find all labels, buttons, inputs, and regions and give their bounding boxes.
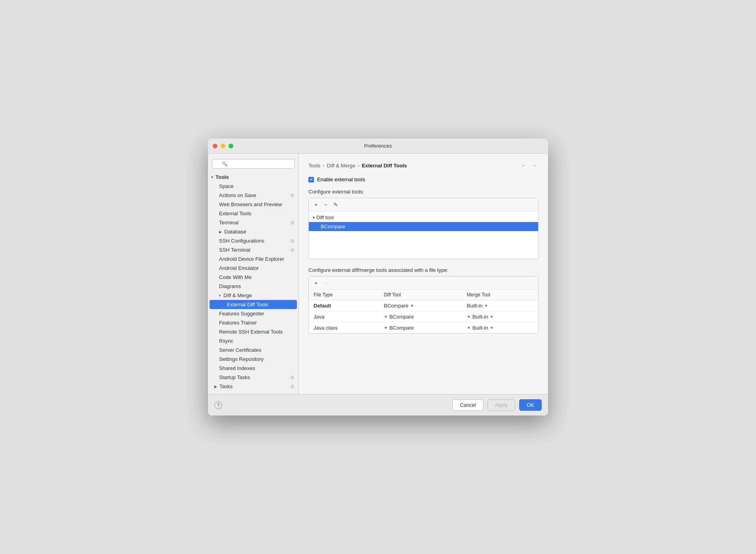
add-tool-button[interactable]: + xyxy=(313,201,319,209)
sidebar-item-tools[interactable]: ▾ Tools xyxy=(208,173,299,182)
sidebar-label-shared-indexes: Shared Indexes xyxy=(219,365,255,371)
cancel-button[interactable]: Cancel xyxy=(452,399,483,411)
sidebar-label-server-certificates: Server Certificates xyxy=(219,347,261,353)
diff-tool-default-dropdown[interactable]: BCompare ▼ xyxy=(384,303,457,309)
sidebar-item-startup-tasks[interactable]: Startup Tasks ⊡ xyxy=(208,373,299,382)
minimize-button[interactable] xyxy=(221,144,225,148)
search-input[interactable] xyxy=(212,159,295,169)
sidebar-item-external-diff-tools[interactable]: External Diff Tools xyxy=(210,300,297,309)
diff-tool-java-dropdown[interactable]: ▼ BCompare xyxy=(384,314,457,320)
enable-checkbox[interactable]: ✓ xyxy=(308,177,314,182)
dropdown-arrow-icon-3: ▼ xyxy=(384,315,388,319)
ft-toolbar: + − xyxy=(309,277,538,290)
dropdown-arrow-icon-5: ▼ xyxy=(490,315,493,319)
dropdown-arrow-icon: ▼ xyxy=(410,304,414,308)
back-button[interactable]: ← xyxy=(520,161,528,169)
sidebar-label-ssh-terminal: SSH Terminal xyxy=(219,247,250,253)
badge-actions-on-save: ⊡ xyxy=(291,193,294,197)
mt-java-class: ▼ Built-in ▼ xyxy=(462,323,538,334)
help-button[interactable]: ? xyxy=(214,401,222,409)
configure-label: Configure external tools: xyxy=(308,189,539,195)
bottom-bar: ? Cancel Apply OK xyxy=(208,394,548,416)
sidebar-item-external-tools[interactable]: External Tools xyxy=(208,209,299,218)
sidebar-item-ssh-configurations[interactable]: SSH Configurations ⊡ xyxy=(208,236,299,245)
sidebar-item-code-with-me[interactable]: Code With Me xyxy=(208,273,299,282)
checkmark-icon: ✓ xyxy=(310,177,313,182)
dt-default: BCompare ▼ xyxy=(379,300,462,311)
sidebar-item-android-emulator[interactable]: Android Emulator xyxy=(208,264,299,273)
search-wrapper: 🔍 xyxy=(212,159,295,169)
file-type-label: Configure external diff/merge tools asso… xyxy=(308,267,539,273)
sidebar-label-diagrams: Diagrams xyxy=(219,283,241,289)
tool-panel: + − ✎ ▾ Diff tool BCompare xyxy=(308,198,539,259)
forward-button[interactable]: → xyxy=(530,161,539,169)
dt-java-class: ▼ BCompare xyxy=(379,323,462,334)
sidebar-item-web-browsers[interactable]: Web Browsers and Preview xyxy=(208,200,299,209)
chevron-down-icon: ▾ xyxy=(211,175,213,179)
sidebar-label-external-diff-tools: External Diff Tools xyxy=(227,302,268,307)
ft-java: Java xyxy=(309,311,379,323)
sidebar-item-features-suggester[interactable]: Features Suggester xyxy=(208,309,299,318)
sidebar-item-server-certificates[interactable]: Server Certificates xyxy=(208,345,299,355)
edit-tool-button[interactable]: ✎ xyxy=(332,201,340,209)
col-merge-tool: Merge Tool xyxy=(462,290,538,300)
ok-button[interactable]: OK xyxy=(519,399,542,411)
maximize-button[interactable] xyxy=(229,144,233,148)
sidebar-item-actions-on-save[interactable]: Actions on Save ⊡ xyxy=(208,191,299,200)
sidebar-item-tasks[interactable]: ▶ Tasks ⊡ xyxy=(208,382,299,391)
sidebar-item-android-device[interactable]: Android Device File Explorer xyxy=(208,254,299,264)
close-button[interactable] xyxy=(213,144,217,148)
sidebar-item-features-trainer[interactable]: Features Trainer xyxy=(208,318,299,327)
file-type-panel: + − File Type Diff Tool Merge Tool Defau… xyxy=(308,276,539,334)
sidebar-item-terminal[interactable]: Terminal ⊡ xyxy=(208,218,299,227)
dropdown-arrow-icon-4: ▼ xyxy=(467,315,471,319)
breadcrumb-tools[interactable]: Tools xyxy=(308,163,320,169)
merge-tool-java-class-dropdown[interactable]: ▼ Built-in ▼ xyxy=(467,325,533,331)
breadcrumb-diff-merge[interactable]: Diff & Merge xyxy=(327,163,355,169)
sidebar-label-database: Database xyxy=(224,229,246,235)
chevron-down-icon-tree: ▾ xyxy=(313,215,315,220)
chevron-right-icon-tasks: ▶ xyxy=(214,385,217,389)
sidebar-label-code-with-me: Code With Me xyxy=(219,274,251,280)
tree-item-bcompare[interactable]: BCompare xyxy=(309,222,538,231)
col-diff-tool: Diff Tool xyxy=(379,290,462,300)
tree-group-label: Diff tool xyxy=(316,214,334,220)
title-bar: Preferences xyxy=(208,138,548,154)
badge-terminal: ⊡ xyxy=(291,220,294,225)
add-ft-button[interactable]: + xyxy=(313,279,319,287)
merge-tool-default-dropdown[interactable]: Built-in ▼ xyxy=(467,303,533,309)
sidebar-item-shared-indexes[interactable]: Shared Indexes xyxy=(208,364,299,373)
sidebar-label-settings-repository: Settings Repository xyxy=(219,356,264,362)
breadcrumb: Tools › Diff & Merge › External Diff Too… xyxy=(308,161,539,169)
apply-button[interactable]: Apply xyxy=(488,399,516,411)
enable-label: Enable external tools xyxy=(317,176,365,182)
sidebar-label-tools: Tools xyxy=(215,174,229,180)
merge-tool-java-dropdown[interactable]: ▼ Built-in ▼ xyxy=(467,314,533,320)
sidebar-label-remote-ssh: Remote SSH External Tools xyxy=(219,329,283,335)
remove-ft-button[interactable]: − xyxy=(322,279,329,287)
remove-tool-button[interactable]: − xyxy=(322,201,329,209)
sidebar-item-database[interactable]: ▶ Database xyxy=(208,227,299,236)
sidebar-label-terminal: Terminal xyxy=(219,220,238,226)
sidebar-item-space[interactable]: Space xyxy=(208,182,299,191)
sidebar-item-rsync[interactable]: Rsync xyxy=(208,336,299,345)
table-row: Java class ▼ BCompare ▼ Built-in xyxy=(309,323,538,334)
sidebar-item-remote-ssh[interactable]: Remote SSH External Tools xyxy=(208,327,299,336)
sidebar-item-ssh-terminal[interactable]: SSH Terminal ⊡ xyxy=(208,245,299,254)
badge-startup-tasks: ⊡ xyxy=(291,375,294,379)
table-row: Java ▼ BCompare ▼ Built-in xyxy=(309,311,538,323)
sidebar-item-diff-merge[interactable]: ▾ Diff & Merge xyxy=(208,291,299,300)
tree-area: ▾ Diff tool BCompare xyxy=(309,211,538,259)
col-file-type: File Type xyxy=(309,290,379,300)
sidebar-item-diagrams[interactable]: Diagrams xyxy=(208,282,299,291)
sidebar-item-settings-repository[interactable]: Settings Repository xyxy=(208,355,299,364)
sidebar-label-space: Space xyxy=(219,183,234,189)
ft-default: Default xyxy=(309,300,379,311)
sidebar-label-features-trainer: Features Trainer xyxy=(219,320,257,326)
badge-ssh-configurations: ⊡ xyxy=(291,239,294,243)
table-row: Default BCompare ▼ Built-in ▼ xyxy=(309,300,538,311)
window-title: Preferences xyxy=(364,143,392,149)
sidebar-label-web-browsers: Web Browsers and Preview xyxy=(219,201,282,207)
tree-group-diff-tool[interactable]: ▾ Diff tool xyxy=(309,213,538,222)
diff-tool-java-class-dropdown[interactable]: ▼ BCompare xyxy=(384,325,457,331)
